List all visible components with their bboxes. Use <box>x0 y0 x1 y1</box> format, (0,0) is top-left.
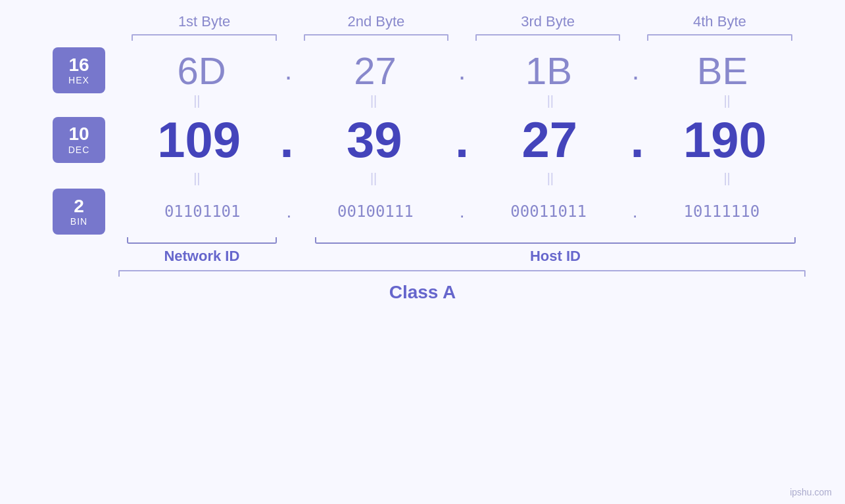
dec-byte3: 27 <box>469 111 630 168</box>
hex-badge: 16 HEX <box>53 47 105 93</box>
dec-byte2: 39 <box>294 111 455 168</box>
bin-dot1: . <box>286 201 291 222</box>
dec-byte4: 190 <box>644 111 806 168</box>
dec-badge: 10 DEC <box>53 117 105 163</box>
byte2-header: 2nd Byte <box>347 13 404 34</box>
bin-dot3: . <box>633 201 638 222</box>
dec-byte1: 109 <box>118 111 279 168</box>
byte3-header: 3rd Byte <box>521 13 575 34</box>
hex-dot2: . <box>458 56 466 85</box>
bin-dot2: . <box>460 201 465 222</box>
network-id-label: Network ID <box>164 244 239 265</box>
hex-dot3: . <box>632 56 639 85</box>
bin-byte2: 00100111 <box>291 202 459 221</box>
main-container: 1st Byte 2nd Byte 3rd Byte 4th Byte 16 H… <box>0 0 845 504</box>
bin-byte3: 00011011 <box>464 202 632 221</box>
bin-byte4: 10111110 <box>638 202 806 221</box>
host-id-label: Host ID <box>530 244 581 265</box>
hex-byte3: 1B <box>466 49 632 93</box>
byte4-header: 4th Byte <box>693 13 746 34</box>
dec-dot2: . <box>455 111 469 168</box>
bin-byte1: 01101101 <box>118 202 286 221</box>
byte1-header: 1st Byte <box>178 13 230 34</box>
bin-badge: 2 BIN <box>53 189 105 235</box>
hex-byte1: 6D <box>118 49 285 93</box>
dec-dot3: . <box>630 111 644 168</box>
dec-dot1: . <box>279 111 293 168</box>
hex-byte4: BE <box>639 49 806 93</box>
hex-dot1: . <box>285 56 292 85</box>
watermark: ipshu.com <box>790 487 832 497</box>
hex-byte2: 27 <box>292 49 458 93</box>
class-label: Class A <box>389 277 456 306</box>
